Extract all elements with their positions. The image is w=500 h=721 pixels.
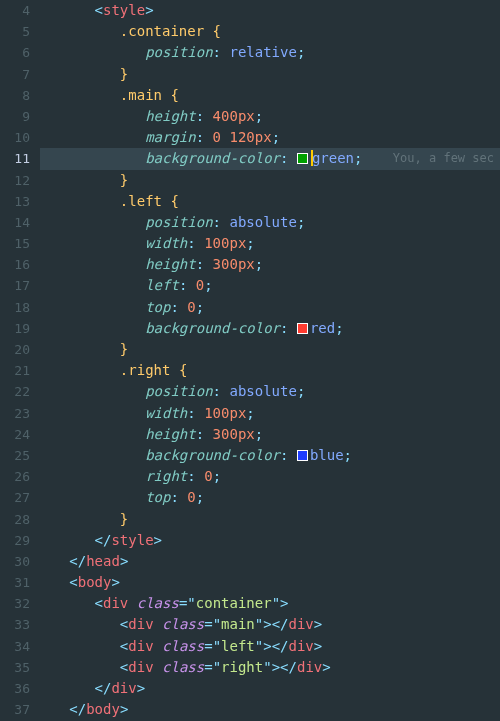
color-swatch [297, 450, 308, 461]
code-editor[interactable]: 4567891011121314151617181920212223242526… [0, 0, 500, 721]
line-number: 25 [0, 445, 30, 466]
code-line[interactable]: <style> [40, 0, 500, 21]
code-line[interactable]: position: relative; [40, 42, 500, 63]
line-number: 7 [0, 64, 30, 85]
line-number: 30 [0, 551, 30, 572]
code-line[interactable]: </div> [40, 678, 500, 699]
code-line[interactable]: margin: 0 120px; [40, 127, 500, 148]
line-number: 6 [0, 42, 30, 63]
line-number: 20 [0, 339, 30, 360]
code-line[interactable]: <div class="container"> [40, 593, 500, 614]
code-line[interactable]: } [40, 64, 500, 85]
line-number: 29 [0, 530, 30, 551]
line-number: 34 [0, 636, 30, 657]
code-line[interactable]: background-color: green;You, a few sec [40, 148, 500, 169]
code-line[interactable]: background-color: blue; [40, 445, 500, 466]
line-number: 37 [0, 699, 30, 720]
line-number: 35 [0, 657, 30, 678]
code-line[interactable]: height: 300px; [40, 424, 500, 445]
color-swatch [297, 153, 308, 164]
line-number: 16 [0, 254, 30, 275]
line-number: 33 [0, 614, 30, 635]
code-line[interactable]: background-color: red; [40, 318, 500, 339]
git-blame-annotation: You, a few sec [393, 148, 494, 169]
line-number-gutter: 4567891011121314151617181920212223242526… [0, 0, 40, 721]
code-line[interactable]: .main { [40, 85, 500, 106]
line-number: 10 [0, 127, 30, 148]
color-swatch [297, 323, 308, 334]
code-line[interactable]: .left { [40, 191, 500, 212]
line-number: 11 [0, 148, 30, 169]
line-number: 12 [0, 170, 30, 191]
code-line[interactable]: </body> [40, 699, 500, 720]
code-line[interactable]: .container { [40, 21, 500, 42]
code-line[interactable]: } [40, 339, 500, 360]
line-number: 4 [0, 0, 30, 21]
line-number: 19 [0, 318, 30, 339]
code-line[interactable]: </style> [40, 530, 500, 551]
code-area[interactable]: <style> .container { position: relative;… [40, 0, 500, 721]
code-line[interactable]: .right { [40, 360, 500, 381]
code-line[interactable]: } [40, 170, 500, 191]
line-number: 8 [0, 85, 30, 106]
code-line[interactable]: position: absolute; [40, 212, 500, 233]
code-line[interactable]: right: 0; [40, 466, 500, 487]
code-line[interactable]: top: 0; [40, 487, 500, 508]
line-number: 27 [0, 487, 30, 508]
code-line[interactable]: <div class="right"></div> [40, 657, 500, 678]
code-line[interactable]: width: 100px; [40, 233, 500, 254]
line-number: 24 [0, 424, 30, 445]
code-line[interactable]: <body> [40, 572, 500, 593]
code-line[interactable]: height: 300px; [40, 254, 500, 275]
code-line[interactable]: } [40, 509, 500, 530]
line-number: 36 [0, 678, 30, 699]
code-line[interactable]: top: 0; [40, 297, 500, 318]
code-line[interactable]: </head> [40, 551, 500, 572]
line-number: 5 [0, 21, 30, 42]
code-line[interactable]: <div class="left"></div> [40, 636, 500, 657]
line-number: 28 [0, 509, 30, 530]
line-number: 31 [0, 572, 30, 593]
line-number: 32 [0, 593, 30, 614]
line-number: 9 [0, 106, 30, 127]
code-line[interactable]: position: absolute; [40, 381, 500, 402]
line-number: 17 [0, 275, 30, 296]
line-number: 14 [0, 212, 30, 233]
code-line[interactable]: <div class="main"></div> [40, 614, 500, 635]
line-number: 22 [0, 381, 30, 402]
line-number: 18 [0, 297, 30, 318]
line-number: 13 [0, 191, 30, 212]
line-number: 15 [0, 233, 30, 254]
code-line[interactable]: left: 0; [40, 275, 500, 296]
code-line[interactable]: width: 100px; [40, 403, 500, 424]
line-number: 26 [0, 466, 30, 487]
line-number: 21 [0, 360, 30, 381]
code-line[interactable]: height: 400px; [40, 106, 500, 127]
line-number: 23 [0, 403, 30, 424]
